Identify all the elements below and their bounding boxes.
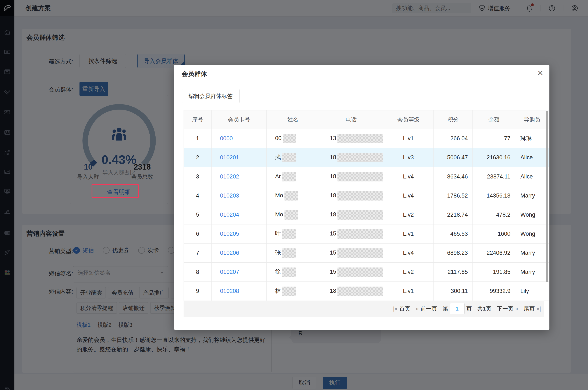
column-header: 会员卡号 [211, 110, 267, 129]
pagination-last[interactable]: 尾页 »| [524, 305, 541, 312]
table-cell: 5 [184, 205, 211, 224]
table-row[interactable]: 100000013L.v1266.0477琳琳 [184, 129, 549, 148]
member-card-link[interactable]: 010202 [220, 173, 239, 180]
table-scrollbar[interactable] [546, 111, 548, 282]
table-cell: Alice [515, 167, 549, 186]
pagination-total: 共1页 [477, 305, 491, 312]
table-row[interactable]: 4010203Mo18L.v41786.5214356.13Marry [184, 186, 549, 205]
first-page-icon: |« [393, 305, 397, 312]
screen: 创建方案 增值服务 [0, 0, 588, 390]
table-cell: L.v4 [383, 244, 434, 263]
column-header: 余额 [473, 110, 515, 129]
table-cell: L.v1 [383, 282, 434, 301]
column-header: 积分 [434, 110, 473, 129]
censored-name [282, 153, 296, 162]
table-cell: 010208 [211, 282, 267, 301]
table-row[interactable]: 9010208林18L.v1300.1199332.9Lily [184, 282, 549, 301]
censored-name [285, 191, 298, 200]
table-cell: 010207 [211, 263, 267, 282]
table-cell: 8 [184, 263, 211, 282]
column-header: 电话 [319, 110, 383, 129]
table-cell: 5006.47 [434, 148, 473, 167]
table-row[interactable]: 3010202Ar18L.v48634.4623874.11Alice [184, 167, 549, 186]
table-cell: Marry [515, 186, 549, 205]
table-cell: Mo [267, 186, 319, 205]
pagination-prev[interactable]: « 前一页 [416, 305, 437, 312]
table-cell: Ar [267, 167, 319, 186]
edit-group-tags-button[interactable]: 编辑会员群体标签 [182, 89, 240, 103]
censored-name [282, 287, 296, 296]
table-cell: 叶 [267, 224, 319, 244]
table-cell: 2 [184, 148, 211, 167]
member-card-link[interactable]: 010203 [220, 193, 239, 199]
censored-phone [338, 267, 383, 277]
table-cell: 010202 [211, 167, 267, 186]
member-card-link[interactable]: 010205 [220, 231, 239, 237]
table-cell: Marry [515, 244, 549, 263]
censored-phone [338, 191, 383, 200]
member-card-link[interactable]: 010206 [220, 250, 239, 256]
censored-name [283, 134, 296, 143]
column-header: 姓名 [267, 110, 319, 129]
censored-phone [338, 172, 383, 181]
table-row[interactable]: 8010207徐15L.v22117.85191.85Marry [184, 263, 549, 282]
column-header: 导购员 [515, 110, 549, 129]
table-cell: 010206 [211, 244, 267, 263]
column-header: 会员等级 [383, 110, 434, 129]
table-cell: L.v4 [383, 167, 434, 186]
table-row[interactable]: 6010205叶15L.v1465.531600Wong [184, 224, 549, 244]
table-cell: 266.04 [434, 129, 473, 148]
table-cell: 0000 [211, 129, 267, 148]
member-group-modal: 会员群体 × 编辑会员群体标签 序号会员卡号姓名电话会员等级积分余额导购员100… [174, 65, 549, 330]
table-cell: 15 [319, 224, 383, 244]
table-cell: 15 [319, 263, 383, 282]
table-cell: 22406.92 [473, 244, 515, 263]
censored-phone [338, 229, 383, 239]
table-cell: 15 [319, 244, 383, 263]
member-card-link[interactable]: 010204 [220, 211, 239, 218]
censored-phone [338, 153, 383, 162]
table-cell: 300.11 [434, 282, 473, 301]
table-cell: L.v2 [383, 205, 434, 224]
table-row[interactable]: 2010201武18L.v35006.4721630.16Alice [184, 148, 549, 167]
table-cell: 林 [267, 282, 319, 301]
member-table: 序号会员卡号姓名电话会员等级积分余额导购员100000013L.v1266.04… [184, 110, 549, 301]
table-cell: 191.85 [473, 263, 515, 282]
table-cell: 琳琳 [515, 129, 549, 148]
member-card-link[interactable]: 010201 [220, 154, 239, 161]
table-cell: L.v2 [383, 263, 434, 282]
member-card-link[interactable]: 0000 [220, 135, 233, 142]
table-cell: Mo [267, 205, 319, 224]
table-cell: 武 [267, 148, 319, 167]
censored-phone [338, 210, 383, 220]
page-number-input[interactable] [450, 303, 465, 314]
table-cell: 010204 [211, 205, 267, 224]
table-cell: 张 [267, 244, 319, 263]
table-cell: 18 [319, 282, 383, 301]
table-cell: 010201 [211, 148, 267, 167]
table-cell: 18 [319, 205, 383, 224]
pagination-first[interactable]: |« 首页 [393, 305, 410, 312]
last-page-icon: »| [537, 305, 541, 312]
table-cell: 1600 [473, 224, 515, 244]
table-cell: 1786.52 [434, 186, 473, 205]
member-card-link[interactable]: 010208 [220, 288, 239, 294]
table-cell: L.v1 [383, 129, 434, 148]
prev-page-icon: « [416, 305, 419, 312]
table-cell: 465.53 [434, 224, 473, 244]
member-card-link[interactable]: 010207 [220, 269, 239, 275]
pagination-next[interactable]: 下一页 » [497, 305, 518, 312]
close-icon[interactable]: × [536, 67, 544, 79]
table-row[interactable]: 5010204Mo18L.v22218.74478.2Wong [184, 205, 549, 224]
table-cell: L.v1 [383, 224, 434, 244]
censored-phone [338, 134, 383, 143]
table-cell: Marry [515, 263, 549, 282]
table-cell: Wong [515, 205, 549, 224]
modal-title: 会员群体 [182, 70, 207, 78]
table-cell: 010203 [211, 186, 267, 205]
table-cell: 4 [184, 186, 211, 205]
table-cell: L.v3 [383, 148, 434, 167]
table-cell: 18 [319, 148, 383, 167]
table-row[interactable]: 7010206张15L.v46898.2322406.92Marry [184, 244, 549, 263]
table-cell: 23874.11 [473, 167, 515, 186]
